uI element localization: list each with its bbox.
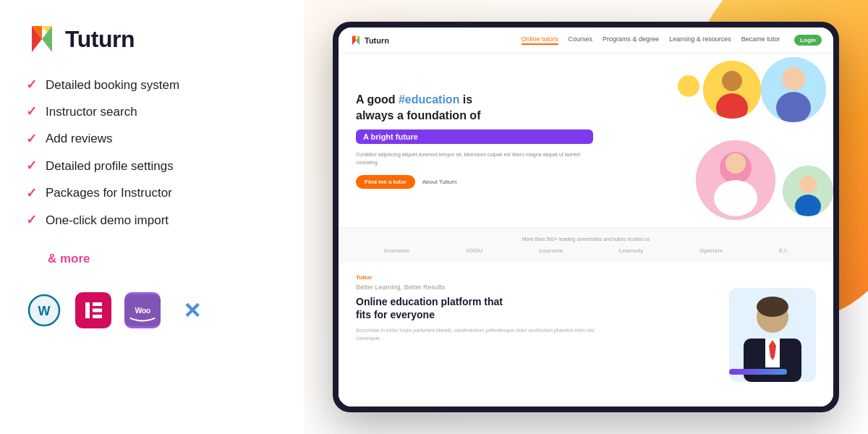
brand-logo-icon <box>26 23 58 55</box>
section-title: Online education platform thatfits for e… <box>356 295 601 321</box>
brand-logo-3: courseia <box>539 247 563 254</box>
brand-logo-5: Openstx <box>699 247 723 254</box>
person-circle-3 <box>696 140 775 220</box>
x-theme-icon: ✕ <box>174 292 210 328</box>
woocommerce-icon: Woo <box>124 292 161 328</box>
hero-badge: A bright future <box>356 129 593 144</box>
deco-bar <box>729 369 787 375</box>
brand-logo-2: VDOU <box>466 247 482 254</box>
section-subtitle: Better Learning, Better Results <box>356 284 601 291</box>
hero-highlight: #education <box>399 93 459 106</box>
tablet-frame: Tuturn Online tutors Courses Programs & … <box>333 22 839 412</box>
nav-link-programs[interactable]: Programs & degree <box>603 35 659 45</box>
svg-text:Woo: Woo <box>135 306 150 315</box>
svg-rect-5 <box>93 302 102 306</box>
nav-login-button[interactable]: Login <box>794 35 822 46</box>
hero-actions: Find me a tutor About Tutlurn <box>356 175 593 189</box>
svg-point-12 <box>722 71 742 91</box>
nav-logo-icon <box>350 35 362 46</box>
wordpress-icon: W <box>26 292 62 328</box>
nav-logo-text: Tuturn <box>365 36 389 45</box>
feature-item-demo-import: ✓ One-click demo import <box>26 212 278 229</box>
brand-logo-6: E.I. <box>779 247 788 254</box>
brand-logo-4: Learnufy <box>619 247 644 254</box>
brand-name: Tuturn <box>65 26 135 53</box>
svg-text:✕: ✕ <box>183 299 201 323</box>
bottom-person <box>729 288 816 382</box>
logos-title: More than 500+ leading universities and … <box>356 237 816 242</box>
more-text: & more <box>48 252 278 266</box>
tablet-mockup: Tuturn Online tutors Courses Programs & … <box>333 22 839 412</box>
hero-description: Curabitur adipiscing aliquet euismod tem… <box>356 151 593 166</box>
section-desc: Accumsan in tortor turpis parturient bla… <box>356 327 601 342</box>
left-panel: Tuturn ✓ Detailed booking system ✓ Instr… <box>0 0 304 434</box>
tablet-screen: Tuturn Online tutors Courses Programs & … <box>339 27 833 407</box>
nav-logo: Tuturn <box>350 35 389 46</box>
bottom-text: Tutlur Better Learning, Better Results O… <box>356 274 601 395</box>
check-icon: ✓ <box>26 185 37 202</box>
check-icon: ✓ <box>26 77 37 93</box>
svg-point-26 <box>757 297 788 317</box>
features-list: ✓ Detailed booking system ✓ Instructor s… <box>26 77 278 239</box>
svg-rect-7 <box>93 315 102 318</box>
section-tag: Tutlur <box>356 274 601 281</box>
person-circle-2 <box>761 57 826 122</box>
svg-point-16 <box>776 92 811 122</box>
hero-images <box>610 54 833 227</box>
svg-point-15 <box>782 67 805 90</box>
person-circle-1 <box>703 61 761 119</box>
nav-link-learning[interactable]: Learning & resources <box>669 35 731 45</box>
svg-point-20 <box>714 180 757 216</box>
nav-link-tutor[interactable]: Became tutor <box>741 35 780 45</box>
check-icon: ✓ <box>26 212 37 229</box>
hero-section: A good #education isalways a foundation … <box>339 54 833 227</box>
bottom-image <box>616 274 816 395</box>
bottom-section: Tutlur Better Learning, Better Results O… <box>339 263 833 407</box>
logos-section: More than 500+ leading universities and … <box>339 227 833 263</box>
about-link[interactable]: About Tutlurn <box>422 179 457 185</box>
deco-shape-1 <box>678 75 699 97</box>
svg-point-19 <box>726 153 746 174</box>
svg-text:W: W <box>38 304 51 318</box>
check-icon: ✓ <box>26 131 37 148</box>
feature-item-packages: ✓ Packages for Instructor <box>26 185 278 202</box>
site-navbar: Tuturn Online tutors Courses Programs & … <box>339 27 833 54</box>
nav-links: Online tutors Courses Programs & degree … <box>522 35 780 45</box>
hero-title: A good #education isalways a foundation … <box>356 92 593 124</box>
svg-point-22 <box>799 176 817 193</box>
svg-rect-4 <box>85 302 90 318</box>
hero-content: A good #education isalways a foundation … <box>339 54 610 227</box>
tech-icons: W Woo ✕ <box>26 292 278 328</box>
feature-item-add-reviews: ✓ Add reviews <box>26 131 278 148</box>
nav-link-courses[interactable]: Courses <box>569 35 593 45</box>
right-panel: Tuturn Online tutors Courses Programs & … <box>304 0 868 434</box>
nav-link-tutors[interactable]: Online tutors <box>522 35 558 45</box>
svg-rect-6 <box>93 309 102 312</box>
check-icon: ✓ <box>26 103 37 120</box>
brand-logo-1: truenews <box>384 247 409 254</box>
person-circle-4 <box>783 166 833 216</box>
feature-item-instructor-search: ✓ Instructor search <box>26 103 278 120</box>
logo-area: Tuturn <box>26 23 278 55</box>
logos-row: truenews VDOU courseia Learnufy Openstx … <box>356 247 816 254</box>
feature-item-profile-settings: ✓ Detailed profile settings <box>26 158 278 174</box>
elementor-icon <box>75 292 111 328</box>
check-icon: ✓ <box>26 158 37 174</box>
find-tutor-button[interactable]: Find me a tutor <box>356 175 415 189</box>
feature-item-booking: ✓ Detailed booking system <box>26 77 278 93</box>
